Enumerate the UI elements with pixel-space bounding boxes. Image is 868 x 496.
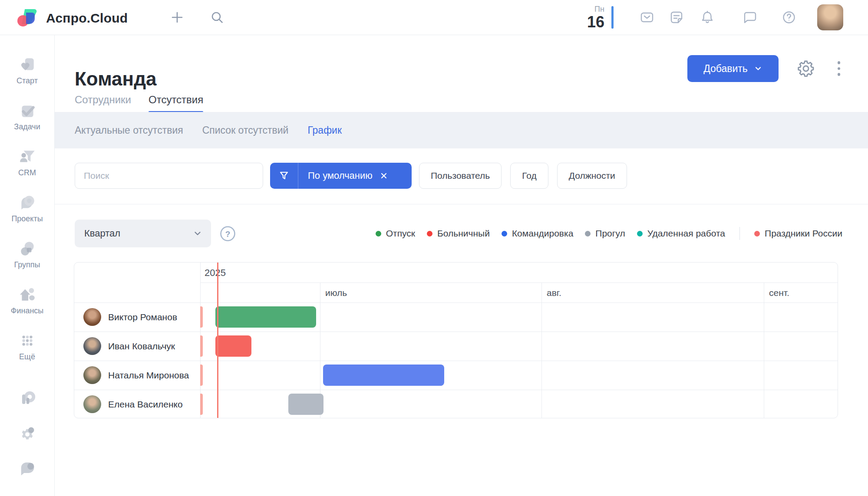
gear-icon	[18, 424, 37, 443]
sidebar-item-label: CRM	[18, 168, 36, 177]
filter-chip-label: По умолчанию	[308, 170, 373, 181]
chat-icon[interactable]	[742, 10, 757, 25]
absence-bar-truancy[interactable]	[288, 394, 323, 415]
kebab-menu-icon[interactable]	[834, 60, 844, 77]
sidebar-item-label: Старт	[17, 76, 38, 85]
subtab-schedule[interactable]: График	[307, 125, 342, 136]
top-bar: Аспро.Cloud Пн 16	[0, 0, 868, 35]
sidebar-item-projects[interactable]: Проекты	[0, 188, 54, 234]
sidebar-item-label: Ещё	[19, 352, 35, 361]
subtab-strip: Актуальные отсутствияСписок отсутствийГр…	[54, 112, 868, 148]
employee-name: Виктор Романов	[108, 302, 177, 332]
legend-label: Прогул	[595, 228, 625, 239]
sidebar-item-label: Финансы	[11, 306, 44, 315]
chevron-down-icon	[193, 229, 202, 238]
avatar	[83, 395, 101, 413]
arrow-up-coins-icon	[18, 286, 36, 304]
subtab-list[interactable]: Список отсутствий	[202, 125, 289, 136]
page-tabs: СотрудникиОтсутствия	[75, 94, 203, 113]
dots-grid-icon	[18, 332, 36, 350]
avatar	[83, 366, 101, 384]
bell-icon[interactable]	[700, 10, 715, 25]
circles-icon	[18, 240, 36, 258]
absence-bar-sick[interactable]	[215, 335, 251, 357]
plus-icon[interactable]	[169, 10, 185, 25]
help-icon[interactable]	[781, 10, 797, 25]
subtab-actual[interactable]: Актуальные отсутствия	[75, 125, 183, 136]
add-button-label: Добавить	[703, 63, 748, 75]
legend: ОтпускБольничныйКомандировкаПрогулУдален…	[269, 220, 842, 247]
sidebar-item-tasks[interactable]: Задачи	[0, 96, 54, 142]
legend-dot-truancy	[585, 231, 591, 237]
app-logo-text[interactable]: Аспро.Cloud	[46, 11, 128, 26]
legend-dot-holiday	[754, 231, 760, 237]
search-icon[interactable]	[209, 10, 225, 25]
legend-item-holiday: Праздники России	[754, 228, 842, 239]
page-title: Команда	[75, 68, 157, 90]
legend-label: Праздники России	[765, 228, 842, 239]
close-icon[interactable]	[380, 171, 388, 180]
sidebar-footer-chat[interactable]	[18, 459, 37, 478]
note-icon[interactable]	[669, 10, 684, 25]
legend-label: Отпуск	[386, 228, 415, 239]
tab-absences[interactable]: Отсутствия	[149, 94, 203, 113]
filter-chip-default[interactable]: По умолчанию	[270, 163, 412, 189]
absence-bar-vacation[interactable]	[215, 306, 316, 328]
sidebar-item-label: Проекты	[11, 214, 43, 223]
legend-label: Больничный	[437, 228, 490, 239]
check-icon	[18, 102, 36, 120]
month-label: сент.	[769, 288, 789, 298]
gantt-year-label: 2025	[205, 267, 226, 279]
sidebar-footer-settings[interactable]	[18, 424, 37, 443]
search-input[interactable]	[75, 163, 263, 188]
sidebar-item-crm[interactable]: CRM	[0, 142, 54, 188]
month-label: июль	[325, 288, 347, 298]
bubble-ring-icon	[18, 194, 36, 212]
question-help-icon[interactable]: ?	[220, 226, 236, 242]
absence-bar-trip[interactable]	[323, 365, 444, 386]
sidebar-item-groups[interactable]: Группы	[0, 234, 54, 280]
search-field	[75, 163, 263, 189]
holiday-sliver	[200, 335, 203, 357]
chip-divider	[298, 163, 298, 189]
weekday-label: Пн	[578, 5, 604, 13]
speech-bubble-icon	[18, 459, 37, 478]
section-divider	[54, 204, 868, 204]
sidebar-footer	[0, 390, 54, 494]
person-funnel-icon	[18, 148, 36, 166]
legend-dot-remote	[637, 231, 643, 237]
gantt-row: Иван Ковальчук	[74, 332, 838, 361]
legend-dot-vacation	[376, 231, 381, 237]
mail-icon[interactable]	[639, 10, 655, 25]
aspro-logo-icon[interactable]	[17, 7, 41, 28]
aspro-p-icon	[18, 390, 37, 409]
add-button[interactable]: Добавить	[687, 55, 779, 82]
holiday-sliver	[200, 306, 203, 328]
filter-button-positions[interactable]: Должности	[557, 163, 627, 189]
avatar	[83, 308, 101, 326]
month-label: авг.	[547, 288, 561, 298]
funnel-icon	[279, 171, 289, 181]
employee-name: Елена Василенко	[108, 390, 183, 418]
calendar-date[interactable]: Пн 16	[578, 5, 604, 30]
holiday-sliver	[200, 394, 203, 415]
sidebar-item-finance[interactable]: Финансы	[0, 280, 54, 326]
employee-name: Иван Ковальчук	[108, 332, 175, 361]
filter-button-user[interactable]: Пользователь	[419, 163, 502, 189]
today-line	[217, 263, 218, 418]
settings-gear-icon[interactable]	[796, 59, 815, 78]
employee-name: Наталья Миронова	[108, 361, 189, 390]
filter-buttons: ПользовательГодДолжности	[419, 163, 627, 189]
user-avatar[interactable]	[817, 4, 843, 30]
legend-label: Удаленная работа	[647, 228, 725, 239]
legend-label: Командировка	[512, 228, 573, 239]
absence-gantt-chart: июльавг.сент. 2025 Виктор РомановИван Ко…	[74, 262, 838, 418]
tab-employees[interactable]: Сотрудники	[75, 94, 131, 113]
gantt-row: Елена Василенко	[74, 390, 838, 418]
sidebar-item-more[interactable]: Ещё	[0, 326, 54, 372]
sidebar-item-start[interactable]: Старт	[0, 50, 54, 96]
filter-button-year[interactable]: Год	[510, 163, 548, 189]
sidebar-footer-aspro[interactable]	[18, 390, 37, 409]
period-select[interactable]: Квартал	[75, 220, 211, 247]
legend-dot-trip	[502, 231, 507, 237]
